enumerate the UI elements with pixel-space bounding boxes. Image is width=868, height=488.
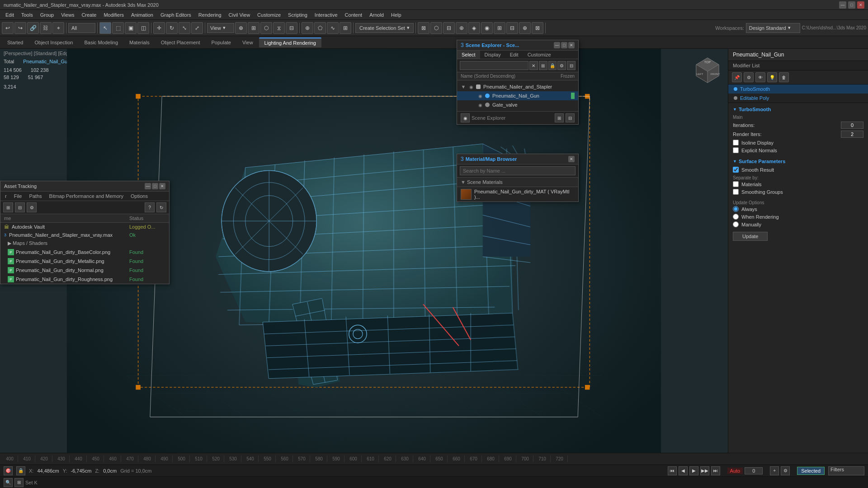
se-filter-button[interactable]: ⊞	[539, 61, 547, 70]
frame-720[interactable]: 720	[552, 455, 568, 462]
frame-560[interactable]: 560	[277, 455, 293, 462]
menu-item-help[interactable]: Help	[387, 11, 405, 19]
align-button[interactable]: ⧖	[273, 22, 285, 34]
se-footer-btn1[interactable]: ◉	[461, 113, 470, 122]
frame-570[interactable]: 570	[294, 455, 310, 462]
tab-lighting-and-rendering[interactable]: Lighting And Rendering	[259, 38, 321, 47]
link-button[interactable]: 🔗	[27, 22, 39, 34]
frame-470[interactable]: 470	[122, 455, 138, 462]
frame-490[interactable]: 490	[156, 455, 173, 462]
menu-item-views[interactable]: Views	[57, 11, 78, 19]
se-expand-button[interactable]: ⊟	[567, 61, 576, 70]
menu-item-group[interactable]: Group	[37, 11, 58, 19]
se-node-root[interactable]: ▼ ◉ Pneumatic_Nailer_and_Stapler	[457, 82, 578, 91]
at-menu-options[interactable]: Options	[128, 192, 151, 200]
isoline-checkbox[interactable]	[733, 140, 739, 145]
at-maximize[interactable]: □	[152, 183, 158, 189]
at-row-roughness[interactable]: P Pneumatic_Nail_Gun_dirty_Roughness.png…	[0, 275, 169, 284]
at-tb-icon2[interactable]: ⊟	[15, 202, 25, 212]
frame-500[interactable]: 500	[174, 455, 190, 462]
frame-610[interactable]: 610	[363, 455, 379, 462]
curve-editor-button[interactable]: ∿	[327, 22, 339, 34]
se-footer-btn3[interactable]: ⊟	[566, 113, 575, 122]
frame-480[interactable]: 480	[139, 455, 156, 462]
snap-button[interactable]: ⊕	[235, 22, 247, 34]
select-button[interactable]: ↖	[99, 22, 111, 34]
mod-show-button[interactable]: 👁	[755, 72, 765, 82]
tab-object-inspection[interactable]: Object Inspection	[29, 38, 78, 47]
rotate-button[interactable]: ↻	[166, 22, 178, 34]
select-bind-button[interactable]: ⌖	[52, 22, 64, 34]
tab-materials[interactable]: Materials	[124, 38, 155, 47]
frame-690[interactable]: 690	[500, 455, 516, 462]
se-node-gun[interactable]: ◉ Pneumatic_Nail_Gun	[457, 91, 578, 100]
scene-explorer-maximize[interactable]: □	[561, 42, 567, 48]
tab-started[interactable]: Started	[2, 38, 28, 47]
when-rendering-radio[interactable]	[733, 214, 739, 220]
layer-button[interactable]: ⊕	[302, 22, 313, 34]
frame-420[interactable]: 420	[36, 455, 52, 462]
menu-item-civil-view[interactable]: Civil View	[225, 11, 254, 19]
filter-dropdown[interactable]: All	[68, 23, 95, 33]
scene-explorer-close[interactable]: ✕	[568, 42, 575, 48]
at-tb-icon1[interactable]: ⊞	[3, 202, 13, 212]
snapshot-button[interactable]: ⊕	[456, 22, 467, 34]
frame-550[interactable]: 550	[259, 455, 276, 462]
frame-input[interactable]	[745, 467, 763, 474]
frame-450[interactable]: 450	[88, 455, 104, 462]
next-key-button[interactable]: ▶▶	[700, 466, 709, 475]
at-menu-r[interactable]: r	[2, 192, 9, 200]
at-minimize[interactable]: —	[145, 183, 151, 189]
prev-frame-button[interactable]: ⏮	[668, 466, 677, 475]
frame-660[interactable]: 660	[448, 455, 465, 462]
frame-530[interactable]: 530	[225, 455, 241, 462]
navigation-cube[interactable]: TOP LEFT FRONT	[692, 53, 723, 85]
modifier-editable-poly[interactable]: Editable Poly	[728, 94, 868, 103]
render-iters-input[interactable]	[841, 131, 863, 138]
frame-430[interactable]: 430	[53, 455, 70, 462]
at-tb-help[interactable]: ?	[145, 202, 155, 212]
visibility-icon[interactable]: ◉	[468, 84, 474, 90]
always-radio[interactable]	[733, 206, 739, 212]
frame-580[interactable]: 580	[311, 455, 327, 462]
align2-button[interactable]: ⊟	[286, 22, 297, 34]
update-button[interactable]: Update	[733, 232, 768, 241]
frame-440[interactable]: 440	[71, 455, 87, 462]
menu-item-edit[interactable]: Edit	[2, 11, 18, 19]
prev-key-button[interactable]: ◀	[679, 466, 688, 475]
frame-520[interactable]: 520	[208, 455, 224, 462]
at-row-metallic[interactable]: P Pneumatic_Nail_Gun_dirty_Metallic.png …	[0, 257, 169, 266]
menu-item-arnold[interactable]: Arnold	[366, 11, 387, 19]
se-search-input[interactable]	[460, 61, 528, 70]
select-region-button[interactable]: ⬚	[112, 22, 124, 34]
at-menu-bitmap[interactable]: Bitmap Performance and Memory	[47, 192, 126, 200]
maximize-button[interactable]: □	[848, 1, 855, 9]
mb-search-input[interactable]	[460, 166, 576, 175]
frame-700[interactable]: 700	[517, 455, 533, 462]
unlink-button[interactable]: ⛓	[40, 22, 52, 34]
move-button[interactable]: ✛	[153, 22, 165, 34]
mod-delete-button[interactable]: 🗑	[779, 72, 789, 82]
menu-item-rendering[interactable]: Rendering	[195, 11, 225, 19]
tools10-button[interactable]: ⊠	[532, 22, 543, 34]
select-crossing-button[interactable]: ◫	[137, 22, 149, 34]
menu-item-interactive[interactable]: Interactive	[311, 11, 341, 19]
menu-item-scripting[interactable]: Scripting	[284, 11, 311, 19]
frame-510[interactable]: 510	[191, 455, 207, 462]
iterations-input[interactable]	[841, 122, 863, 129]
set-key-icon[interactable]: 🎯	[4, 466, 13, 475]
at-row-maxfile[interactable]: 3 Pneumatic_Nailer_and_Stapler_max_vray.…	[0, 231, 169, 239]
graph-editor-button[interactable]: ⬠	[314, 22, 326, 34]
menu-item-tools[interactable]: Tools	[18, 11, 37, 19]
schematic-button[interactable]: ⊞	[340, 22, 351, 34]
frame-400[interactable]: 400	[2, 455, 18, 462]
add-time-button[interactable]: +	[770, 466, 779, 475]
visibility-icon-3[interactable]: ◉	[477, 102, 483, 108]
tools5-button[interactable]: ◈	[468, 22, 480, 34]
tab-object-placement[interactable]: Object Placement	[156, 38, 206, 47]
modifier-turbosmooth[interactable]: TurboSmooth	[728, 84, 868, 94]
frame-590[interactable]: 590	[328, 455, 344, 462]
next-frame-button[interactable]: ⏭	[711, 466, 720, 475]
tools6-button[interactable]: ◉	[481, 22, 493, 34]
scale-button[interactable]: ⤡	[179, 22, 190, 34]
